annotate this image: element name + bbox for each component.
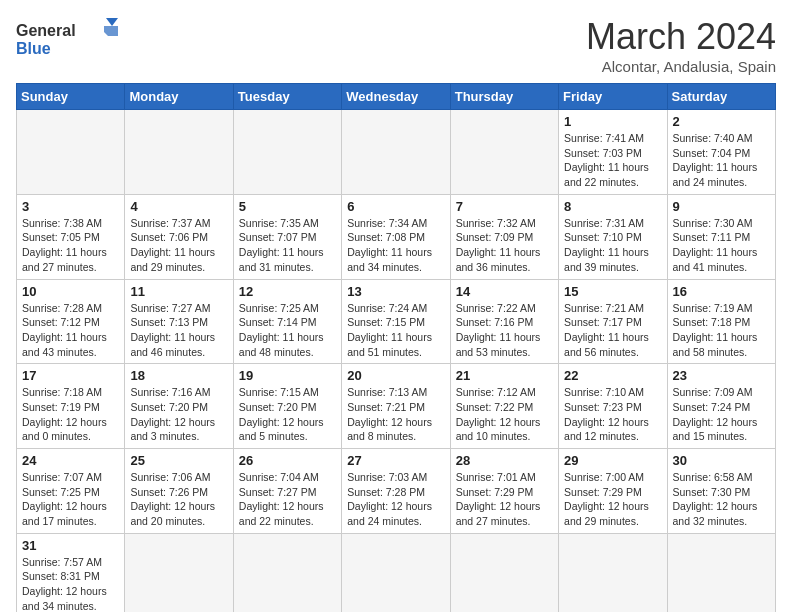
day-info: Sunrise: 7:40 AMSunset: 7:04 PMDaylight:… [673, 131, 770, 190]
calendar-cell: 7Sunrise: 7:32 AMSunset: 7:09 PMDaylight… [450, 194, 558, 279]
day-info: Sunrise: 7:21 AMSunset: 7:17 PMDaylight:… [564, 301, 661, 360]
calendar-cell [233, 110, 341, 195]
svg-text:Blue: Blue [16, 40, 51, 57]
calendar-cell: 4Sunrise: 7:37 AMSunset: 7:06 PMDaylight… [125, 194, 233, 279]
calendar-cell: 5Sunrise: 7:35 AMSunset: 7:07 PMDaylight… [233, 194, 341, 279]
svg-marker-3 [106, 18, 118, 26]
day-info: Sunrise: 7:38 AMSunset: 7:05 PMDaylight:… [22, 216, 119, 275]
day-info: Sunrise: 7:19 AMSunset: 7:18 PMDaylight:… [673, 301, 770, 360]
day-info: Sunrise: 7:41 AMSunset: 7:03 PMDaylight:… [564, 131, 661, 190]
day-number: 15 [564, 284, 661, 299]
calendar-cell: 2Sunrise: 7:40 AMSunset: 7:04 PMDaylight… [667, 110, 775, 195]
day-number: 27 [347, 453, 444, 468]
svg-marker-4 [104, 26, 118, 36]
calendar-cell [342, 110, 450, 195]
calendar-cell: 15Sunrise: 7:21 AMSunset: 7:17 PMDayligh… [559, 279, 667, 364]
day-info: Sunrise: 6:58 AMSunset: 7:30 PMDaylight:… [673, 470, 770, 529]
day-info: Sunrise: 7:25 AMSunset: 7:14 PMDaylight:… [239, 301, 336, 360]
calendar-cell: 11Sunrise: 7:27 AMSunset: 7:13 PMDayligh… [125, 279, 233, 364]
calendar-cell: 19Sunrise: 7:15 AMSunset: 7:20 PMDayligh… [233, 364, 341, 449]
calendar-cell: 22Sunrise: 7:10 AMSunset: 7:23 PMDayligh… [559, 364, 667, 449]
day-info: Sunrise: 7:30 AMSunset: 7:11 PMDaylight:… [673, 216, 770, 275]
day-info: Sunrise: 7:09 AMSunset: 7:24 PMDaylight:… [673, 385, 770, 444]
day-info: Sunrise: 7:28 AMSunset: 7:12 PMDaylight:… [22, 301, 119, 360]
svg-text:General: General [16, 22, 76, 39]
day-number: 25 [130, 453, 227, 468]
calendar-cell: 21Sunrise: 7:12 AMSunset: 7:22 PMDayligh… [450, 364, 558, 449]
weekday-header-tuesday: Tuesday [233, 84, 341, 110]
calendar-cell [342, 533, 450, 612]
day-number: 20 [347, 368, 444, 383]
day-info: Sunrise: 7:27 AMSunset: 7:13 PMDaylight:… [130, 301, 227, 360]
day-info: Sunrise: 7:57 AMSunset: 8:31 PMDaylight:… [22, 555, 119, 612]
month-title: March 2024 [586, 16, 776, 58]
day-number: 30 [673, 453, 770, 468]
weekday-header-monday: Monday [125, 84, 233, 110]
location-subtitle: Alcontar, Andalusia, Spain [586, 58, 776, 75]
week-row-3: 17Sunrise: 7:18 AMSunset: 7:19 PMDayligh… [17, 364, 776, 449]
day-info: Sunrise: 7:15 AMSunset: 7:20 PMDaylight:… [239, 385, 336, 444]
week-row-4: 24Sunrise: 7:07 AMSunset: 7:25 PMDayligh… [17, 449, 776, 534]
day-number: 8 [564, 199, 661, 214]
week-row-2: 10Sunrise: 7:28 AMSunset: 7:12 PMDayligh… [17, 279, 776, 364]
day-info: Sunrise: 7:13 AMSunset: 7:21 PMDaylight:… [347, 385, 444, 444]
day-info: Sunrise: 7:06 AMSunset: 7:26 PMDaylight:… [130, 470, 227, 529]
day-number: 26 [239, 453, 336, 468]
calendar-cell [450, 533, 558, 612]
calendar-cell: 12Sunrise: 7:25 AMSunset: 7:14 PMDayligh… [233, 279, 341, 364]
day-info: Sunrise: 7:34 AMSunset: 7:08 PMDaylight:… [347, 216, 444, 275]
day-info: Sunrise: 7:35 AMSunset: 7:07 PMDaylight:… [239, 216, 336, 275]
day-number: 14 [456, 284, 553, 299]
calendar-cell: 20Sunrise: 7:13 AMSunset: 7:21 PMDayligh… [342, 364, 450, 449]
day-number: 1 [564, 114, 661, 129]
day-number: 5 [239, 199, 336, 214]
header: General Blue March 2024 Alcontar, Andalu… [16, 16, 776, 75]
day-info: Sunrise: 7:31 AMSunset: 7:10 PMDaylight:… [564, 216, 661, 275]
day-number: 13 [347, 284, 444, 299]
weekday-header-row: SundayMondayTuesdayWednesdayThursdayFrid… [17, 84, 776, 110]
calendar-cell: 13Sunrise: 7:24 AMSunset: 7:15 PMDayligh… [342, 279, 450, 364]
day-info: Sunrise: 7:03 AMSunset: 7:28 PMDaylight:… [347, 470, 444, 529]
calendar-cell [450, 110, 558, 195]
day-number: 9 [673, 199, 770, 214]
calendar-cell: 23Sunrise: 7:09 AMSunset: 7:24 PMDayligh… [667, 364, 775, 449]
weekday-header-thursday: Thursday [450, 84, 558, 110]
week-row-0: 1Sunrise: 7:41 AMSunset: 7:03 PMDaylight… [17, 110, 776, 195]
day-number: 19 [239, 368, 336, 383]
calendar-cell: 24Sunrise: 7:07 AMSunset: 7:25 PMDayligh… [17, 449, 125, 534]
day-number: 3 [22, 199, 119, 214]
day-number: 7 [456, 199, 553, 214]
calendar-table: SundayMondayTuesdayWednesdayThursdayFrid… [16, 83, 776, 612]
calendar-cell: 16Sunrise: 7:19 AMSunset: 7:18 PMDayligh… [667, 279, 775, 364]
day-number: 31 [22, 538, 119, 553]
day-info: Sunrise: 7:12 AMSunset: 7:22 PMDaylight:… [456, 385, 553, 444]
day-number: 21 [456, 368, 553, 383]
day-info: Sunrise: 7:16 AMSunset: 7:20 PMDaylight:… [130, 385, 227, 444]
weekday-header-friday: Friday [559, 84, 667, 110]
day-info: Sunrise: 7:18 AMSunset: 7:19 PMDaylight:… [22, 385, 119, 444]
calendar-cell: 1Sunrise: 7:41 AMSunset: 7:03 PMDaylight… [559, 110, 667, 195]
calendar-cell: 29Sunrise: 7:00 AMSunset: 7:29 PMDayligh… [559, 449, 667, 534]
calendar-cell [559, 533, 667, 612]
day-number: 28 [456, 453, 553, 468]
week-row-1: 3Sunrise: 7:38 AMSunset: 7:05 PMDaylight… [17, 194, 776, 279]
day-info: Sunrise: 7:04 AMSunset: 7:27 PMDaylight:… [239, 470, 336, 529]
day-info: Sunrise: 7:24 AMSunset: 7:15 PMDaylight:… [347, 301, 444, 360]
day-number: 2 [673, 114, 770, 129]
calendar-cell: 6Sunrise: 7:34 AMSunset: 7:08 PMDaylight… [342, 194, 450, 279]
day-info: Sunrise: 7:22 AMSunset: 7:16 PMDaylight:… [456, 301, 553, 360]
day-number: 18 [130, 368, 227, 383]
day-number: 11 [130, 284, 227, 299]
calendar-cell [17, 110, 125, 195]
calendar-cell [233, 533, 341, 612]
day-number: 6 [347, 199, 444, 214]
day-number: 4 [130, 199, 227, 214]
day-number: 16 [673, 284, 770, 299]
calendar-cell: 8Sunrise: 7:31 AMSunset: 7:10 PMDaylight… [559, 194, 667, 279]
calendar-cell: 14Sunrise: 7:22 AMSunset: 7:16 PMDayligh… [450, 279, 558, 364]
day-info: Sunrise: 7:32 AMSunset: 7:09 PMDaylight:… [456, 216, 553, 275]
calendar-cell: 9Sunrise: 7:30 AMSunset: 7:11 PMDaylight… [667, 194, 775, 279]
calendar-cell: 18Sunrise: 7:16 AMSunset: 7:20 PMDayligh… [125, 364, 233, 449]
day-info: Sunrise: 7:07 AMSunset: 7:25 PMDaylight:… [22, 470, 119, 529]
calendar-cell: 31Sunrise: 7:57 AMSunset: 8:31 PMDayligh… [17, 533, 125, 612]
